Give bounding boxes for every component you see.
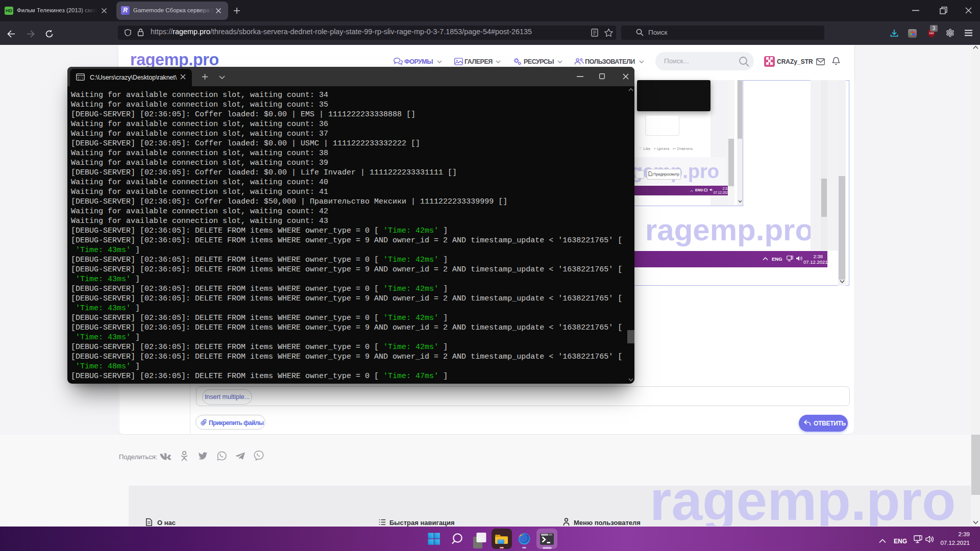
svg-text:C:\: C:\ — [78, 77, 84, 81]
